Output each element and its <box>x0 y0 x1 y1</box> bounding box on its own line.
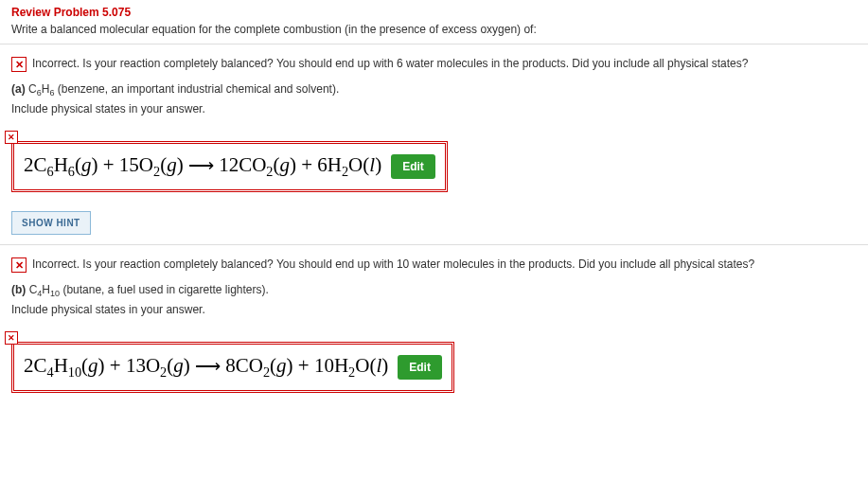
feedback-row-b: ✕ Incorrect. Is your reaction completely… <box>11 257 857 273</box>
feedback-text-b: Incorrect. Is your reaction completely b… <box>32 257 754 273</box>
equation-a: 2C6H6(g) + 15O2(g) ⟶ 12CO2(g) + 6H2O(l) <box>24 153 381 180</box>
edit-button[interactable]: Edit <box>391 154 435 179</box>
incorrect-icon: ✕ <box>11 57 27 72</box>
incorrect-tab-icon: ✕ <box>5 131 18 144</box>
show-hint-button[interactable]: SHOW HINT <box>11 211 91 235</box>
part-b-label: (b) C4H10 (butane, a fuel used in cigare… <box>11 282 857 300</box>
answer-wrap-a: ✕ 2C6H6(g) + 15O2(g) ⟶ 12CO2(g) + 6H2O(l… <box>11 141 448 192</box>
part-b-desc: (butane, a fuel used in cigarette lighte… <box>60 283 269 296</box>
edit-button[interactable]: Edit <box>398 355 442 380</box>
answer-box-a[interactable]: 2C6H6(g) + 15O2(g) ⟶ 12CO2(g) + 6H2O(l) … <box>11 141 448 192</box>
part-a-label: (a) C6H6 (benzene, an important industri… <box>11 81 857 99</box>
part-a-letter: (a) <box>11 82 26 96</box>
feedback-text-a: Incorrect. Is your reaction completely b… <box>32 56 748 72</box>
answer-box-b[interactable]: 2C4H10(g) + 13O2(g) ⟶ 8CO2(g) + 10H2O(l)… <box>11 342 454 393</box>
part-b-letter: (b) <box>11 283 26 296</box>
part-a-formula: C6H6 <box>28 82 54 96</box>
part-b: ✕ Incorrect. Is your reaction completely… <box>0 245 868 402</box>
feedback-row-a: ✕ Incorrect. Is your reaction completely… <box>11 56 857 72</box>
answer-wrap-b: ✕ 2C4H10(g) + 13O2(g) ⟶ 8CO2(g) + 10H2O(… <box>11 342 454 393</box>
part-b-line2: Include physical states in your answer. <box>11 302 857 318</box>
problem-header: Review Problem 5.075 Write a balanced mo… <box>0 0 868 44</box>
incorrect-tab-icon: ✕ <box>5 331 18 345</box>
part-b-formula: C4H10 <box>29 283 60 296</box>
problem-prompt: Write a balanced molecular equation for … <box>11 23 857 36</box>
part-a-desc: (benzene, an important industrial chemic… <box>54 82 339 96</box>
incorrect-icon: ✕ <box>11 257 27 273</box>
equation-b: 2C4H10(g) + 13O2(g) ⟶ 8CO2(g) + 10H2O(l) <box>24 354 388 381</box>
problem-title: Review Problem 5.075 <box>11 6 857 19</box>
part-a: ✕ Incorrect. Is your reaction completely… <box>0 44 868 245</box>
part-a-line2: Include physical states in your answer. <box>11 101 857 117</box>
